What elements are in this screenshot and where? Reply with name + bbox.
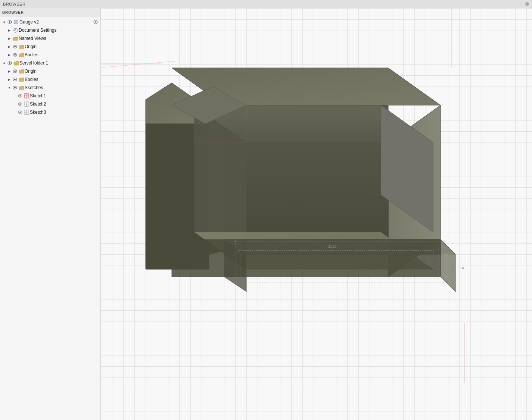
folder-icon-named-views bbox=[12, 35, 18, 41]
tree-item-bodies-sh[interactable]: ▶ Bodies bbox=[0, 75, 100, 84]
visibility-icon-root[interactable] bbox=[7, 19, 13, 25]
visibility-icon-origin-top[interactable] bbox=[12, 44, 18, 50]
svg-point-17 bbox=[14, 87, 16, 88]
axis-y2-line bbox=[464, 323, 465, 383]
tree-label-named-views: Named Views bbox=[19, 36, 99, 41]
arrow-icon: ▶ bbox=[8, 29, 10, 32]
sketch-icon-sketch3 bbox=[24, 109, 29, 115]
visibility-icon-sketch3[interactable] bbox=[17, 109, 23, 115]
folder-icon-bodies-top bbox=[18, 52, 24, 58]
expand-icon-doc-settings[interactable]: ▶ bbox=[7, 28, 12, 33]
arrow-icon: ▼ bbox=[7, 86, 11, 89]
tree-item-bodies-top[interactable]: ▶ Bodies bbox=[0, 51, 100, 59]
tree-item-root[interactable]: ▼ Gauge v2 bbox=[0, 18, 100, 26]
titlebar-dot bbox=[525, 2, 529, 6]
expand-icon-servoholder[interactable]: ▼ bbox=[1, 60, 7, 66]
visibility-icon-sketches-sh[interactable] bbox=[12, 85, 18, 91]
viewport[interactable]: 23.10 12.50 1.6 bbox=[101, 8, 532, 420]
sketch-icon-sketch2 bbox=[24, 101, 29, 107]
visibility-icon-servoholder[interactable] bbox=[7, 60, 13, 66]
tree-item-doc-settings[interactable]: ▶ Document Settings bbox=[0, 26, 100, 34]
visibility-icon-sketch2[interactable] bbox=[17, 101, 23, 107]
tree-label-sketch1: Sketch1 bbox=[30, 93, 99, 98]
browser-tree[interactable]: ▼ Gauge v2 ▶ bbox=[0, 17, 100, 420]
expand-icon-origin-sh[interactable]: ▶ bbox=[7, 69, 12, 74]
model-3d: 23.10 12.50 1.6 bbox=[134, 38, 470, 329]
titlebar-controls bbox=[525, 2, 529, 6]
tree-label-root: Gauge v2 bbox=[19, 19, 92, 25]
svg-point-7 bbox=[14, 46, 16, 47]
visibility-icon-bodies-sh[interactable] bbox=[12, 76, 18, 82]
tree-label-sketch3: Sketch3 bbox=[30, 110, 99, 115]
titlebar: BROWSER bbox=[0, 0, 532, 8]
tree-label-bodies-top: Bodies bbox=[25, 52, 99, 57]
sketch-icon-sketch1 bbox=[24, 93, 29, 99]
svg-point-9 bbox=[14, 54, 16, 56]
tree-label-sketches-sh: Sketches bbox=[25, 85, 99, 90]
tree-label-doc-settings: Document Settings bbox=[19, 28, 99, 33]
tree-item-sketches-sh[interactable]: ▼ Sketches bbox=[0, 84, 100, 92]
svg-point-15 bbox=[14, 79, 16, 80]
browser-header-title: BROWSER bbox=[2, 10, 24, 15]
svg-point-1 bbox=[9, 21, 10, 23]
folder-icon-sketches-sh bbox=[18, 85, 24, 91]
arrow-icon: ▶ bbox=[8, 37, 10, 40]
tree-label-origin-top: Origin bbox=[25, 44, 99, 49]
arrow-icon: ▶ bbox=[8, 78, 10, 81]
main-layout: BROWSER ▼ Gauge v2 bbox=[0, 8, 532, 420]
svg-point-29 bbox=[19, 112, 21, 113]
titlebar-title: BROWSER bbox=[3, 2, 25, 6]
expand-icon-bodies-top[interactable]: ▶ bbox=[7, 52, 12, 57]
tree-label-sketch2: Sketch2 bbox=[30, 101, 99, 107]
tree-label-origin-sh: Origin bbox=[25, 69, 99, 74]
gear-icon-doc-settings bbox=[12, 27, 18, 33]
arrow-icon: ▶ bbox=[8, 70, 10, 73]
expand-icon-sketch3 bbox=[12, 110, 17, 115]
arrow-icon: ▶ bbox=[8, 53, 10, 57]
tree-item-sketch3[interactable]: Sketch3 bbox=[0, 108, 100, 116]
expand-icon-named-views[interactable]: ▶ bbox=[7, 36, 12, 41]
component-icon-root bbox=[13, 19, 19, 25]
browser-header: BROWSER bbox=[0, 8, 100, 17]
svg-text:1.6: 1.6 bbox=[459, 266, 464, 270]
folder-icon-origin-sh bbox=[18, 68, 24, 74]
expand-icon-root[interactable]: ▼ bbox=[1, 19, 7, 25]
svg-point-11 bbox=[9, 62, 10, 64]
svg-text:23.10: 23.10 bbox=[328, 245, 337, 248]
arrow-icon: ▼ bbox=[2, 21, 6, 23]
expand-icon-bodies-sh[interactable]: ▶ bbox=[7, 77, 12, 82]
arrow-icon: ▶ bbox=[8, 45, 10, 48]
component-icon-servoholder bbox=[13, 60, 19, 66]
svg-rect-3 bbox=[15, 21, 17, 23]
tree-item-named-views[interactable]: ▶ Named Views bbox=[0, 34, 100, 43]
svg-point-19 bbox=[19, 95, 21, 97]
tree-item-servoholder[interactable]: ▼ ServoHolder:1 bbox=[0, 59, 100, 67]
expand-icon-sketch2 bbox=[12, 101, 17, 107]
arrow-icon: ▼ bbox=[2, 62, 6, 65]
svg-point-13 bbox=[14, 70, 16, 72]
tree-item-sketch2[interactable]: Sketch2 bbox=[0, 100, 100, 108]
expand-icon-origin-top[interactable]: ▶ bbox=[7, 44, 12, 49]
tree-item-sketch1[interactable]: Sketch1 bbox=[0, 92, 100, 100]
tree-item-origin-top[interactable]: ▶ Origin bbox=[0, 43, 100, 51]
visibility-icon-sketch1[interactable] bbox=[17, 93, 23, 99]
expand-icon-sketches-sh[interactable]: ▼ bbox=[7, 85, 12, 90]
tree-label-servoholder: ServoHolder:1 bbox=[19, 60, 99, 66]
visibility-icon-bodies-top[interactable] bbox=[12, 52, 18, 58]
svg-point-5 bbox=[95, 21, 96, 23]
expand-icon-sketch1 bbox=[12, 93, 17, 98]
visibility-icon-origin-sh[interactable] bbox=[12, 68, 18, 74]
folder-icon-origin-top bbox=[18, 44, 24, 50]
target-icon-root[interactable] bbox=[93, 19, 99, 25]
browser-panel: BROWSER ▼ Gauge v2 bbox=[0, 8, 101, 420]
svg-point-24 bbox=[19, 103, 21, 105]
svg-text:12.50: 12.50 bbox=[451, 263, 455, 272]
tree-item-origin-sh[interactable]: ▶ Origin bbox=[0, 67, 100, 75]
tree-label-bodies-sh: Bodies bbox=[25, 77, 99, 82]
folder-icon-bodies-sh bbox=[18, 76, 24, 82]
